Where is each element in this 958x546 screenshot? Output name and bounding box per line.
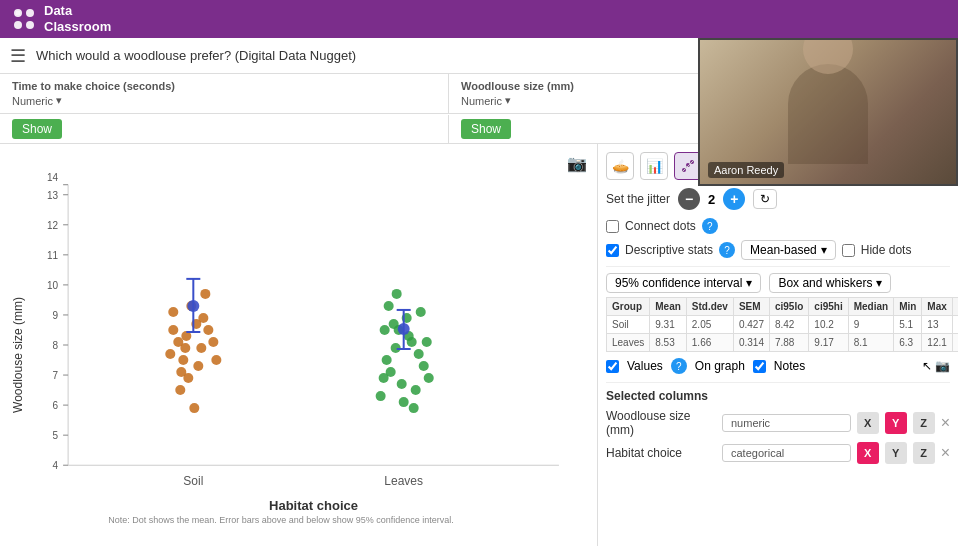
- col-0-y-button[interactable]: Y: [885, 412, 907, 434]
- menu-button[interactable]: ☰: [10, 45, 26, 67]
- jitter-plus-button[interactable]: +: [723, 188, 745, 210]
- show-button-0[interactable]: Show: [12, 119, 62, 139]
- svg-point-72: [384, 301, 394, 311]
- hide-dots-label: Hide dots: [861, 243, 912, 257]
- chevron-down-icon: ▾: [746, 276, 752, 290]
- stats-col-stddev: Std.dev: [686, 298, 733, 316]
- col-0-remove-button[interactable]: ×: [941, 414, 950, 432]
- descriptive-stats-checkbox[interactable]: [606, 244, 619, 257]
- refresh-button[interactable]: ↻: [753, 189, 777, 209]
- svg-point-38: [168, 307, 178, 317]
- stats-cell: Leaves: [607, 334, 650, 352]
- values-help-icon[interactable]: ?: [671, 358, 687, 374]
- cursor-icon: ↖: [922, 359, 932, 373]
- svg-point-71: [416, 307, 426, 317]
- stats-cell: 9: [848, 316, 893, 334]
- svg-point-39: [198, 313, 208, 323]
- camera-icon-small[interactable]: 📷: [935, 359, 950, 373]
- col-type-0[interactable]: Numeric ▾: [12, 94, 436, 107]
- stats-cell: 8.53: [650, 334, 687, 352]
- connect-dots-help-icon[interactable]: ?: [702, 218, 718, 234]
- on-graph-label: On graph: [695, 359, 745, 373]
- hide-dots-checkbox[interactable]: [842, 244, 855, 257]
- logo-text: DataClassroom: [44, 3, 111, 34]
- chevron-icon-0: ▾: [56, 94, 62, 107]
- stats-cell: 9.17: [809, 334, 848, 352]
- connect-dots-checkbox[interactable]: [606, 220, 619, 233]
- chart-svg: Woodlouse size (mm) 4 5 6 7 8 9 10 11 12…: [8, 152, 589, 538]
- stats-cell: 6.3: [894, 334, 922, 352]
- col-1-y-button[interactable]: Y: [885, 442, 907, 464]
- stats-cell: 1.66: [686, 334, 733, 352]
- svg-point-67: [389, 319, 399, 329]
- col-header-0: Time to make choice (seconds) Numeric ▾: [0, 74, 449, 113]
- svg-text:Habitat choice: Habitat choice: [269, 498, 358, 513]
- jitter-minus-button[interactable]: −: [678, 188, 700, 210]
- stats-col-mean: Mean: [650, 298, 687, 316]
- connect-dots-row: Connect dots ?: [606, 218, 950, 234]
- interval-row: 95% confidence interval ▾ Box and whiske…: [606, 273, 950, 293]
- stats-cell: 13: [922, 316, 952, 334]
- svg-point-59: [414, 349, 424, 359]
- stats-col-max: Max: [922, 298, 952, 316]
- svg-text:14: 14: [47, 172, 59, 183]
- stats-cell: 12.1: [922, 334, 952, 352]
- mean-based-dropdown[interactable]: Mean-based ▾: [741, 240, 836, 260]
- svg-point-75: [392, 289, 402, 299]
- svg-point-76: [422, 337, 432, 347]
- svg-text:Soil: Soil: [183, 474, 203, 488]
- svg-point-41: [193, 361, 203, 371]
- col-0-z-button[interactable]: Z: [913, 412, 935, 434]
- stats-cell: 7.2: [952, 334, 958, 352]
- confidence-interval-dropdown[interactable]: 95% confidence interval ▾: [606, 273, 761, 293]
- stats-cell: 10.2: [809, 316, 848, 334]
- svg-point-63: [419, 361, 429, 371]
- video-name-label: Aaron Reedy: [708, 162, 784, 178]
- svg-point-81: [398, 323, 410, 335]
- stats-cell: 0.427: [733, 316, 769, 334]
- stats-cell: 2.05: [686, 316, 733, 334]
- svg-text:12: 12: [47, 220, 59, 231]
- col-name-0: Woodlouse size (mm): [606, 409, 716, 437]
- box-whiskers-dropdown[interactable]: Box and whiskers ▾: [769, 273, 891, 293]
- col-row-1: Habitat choice categorical X Y Z ×: [606, 442, 950, 464]
- svg-point-2: [14, 21, 22, 29]
- svg-point-1: [26, 9, 34, 17]
- svg-text:Note: Dot shows the mean. Erro: Note: Dot shows the mean. Error bars abo…: [108, 515, 454, 525]
- jitter-label: Set the jitter: [606, 192, 670, 206]
- stats-cell: 8.1: [952, 316, 958, 334]
- logo-icon: [10, 5, 38, 33]
- stats-cell: 8.42: [769, 316, 808, 334]
- show-button-1[interactable]: Show: [461, 119, 511, 139]
- header: DataClassroom: [0, 0, 958, 38]
- col-name-1: Habitat choice: [606, 446, 716, 460]
- svg-point-49: [211, 355, 221, 365]
- show-cell-0: Show: [0, 115, 449, 143]
- col-1-x-button[interactable]: X: [857, 442, 879, 464]
- pie-chart-icon[interactable]: 🥧: [606, 152, 634, 180]
- stats-col-ci95hi: ci95hi: [809, 298, 848, 316]
- stats-cell: 9.31: [650, 316, 687, 334]
- notes-checkbox[interactable]: [753, 360, 766, 373]
- col-0-x-button[interactable]: X: [857, 412, 879, 434]
- bar-chart-icon[interactable]: 📊: [640, 152, 668, 180]
- descriptive-stats-row: Descriptive stats ? Mean-based ▾ Hide do…: [606, 240, 950, 260]
- svg-point-77: [380, 325, 390, 335]
- video-overlay: Aaron Reedy: [698, 38, 958, 186]
- stats-row: Leaves8.531.660.3147.889.178.16.312.17.2…: [607, 334, 959, 352]
- values-checkbox[interactable]: [606, 360, 619, 373]
- stats-col-median: Median: [848, 298, 893, 316]
- col-badge-1: categorical: [722, 444, 851, 462]
- svg-point-35: [203, 325, 213, 335]
- svg-point-48: [165, 349, 175, 359]
- y-axis-label: Woodlouse size (mm): [11, 297, 25, 413]
- descriptive-stats-help-icon[interactable]: ?: [719, 242, 735, 258]
- col-1-remove-button[interactable]: ×: [941, 444, 950, 462]
- col-1-z-button[interactable]: Z: [913, 442, 935, 464]
- stats-col-min: Min: [894, 298, 922, 316]
- chevron-icon: ▾: [821, 243, 827, 257]
- logo: DataClassroom: [10, 3, 111, 34]
- camera-icon[interactable]: 📷: [567, 154, 587, 173]
- svg-text:4: 4: [53, 460, 59, 471]
- svg-point-50: [176, 367, 186, 377]
